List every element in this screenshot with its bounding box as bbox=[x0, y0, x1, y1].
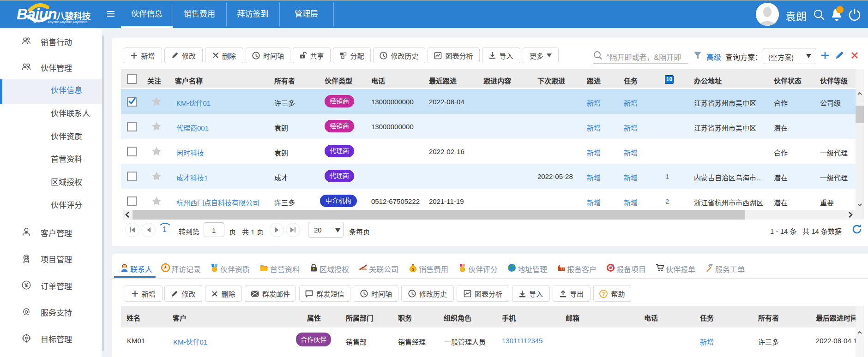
svg-text:$: $ bbox=[412, 267, 414, 272]
svg-text:?: ? bbox=[602, 291, 605, 297]
